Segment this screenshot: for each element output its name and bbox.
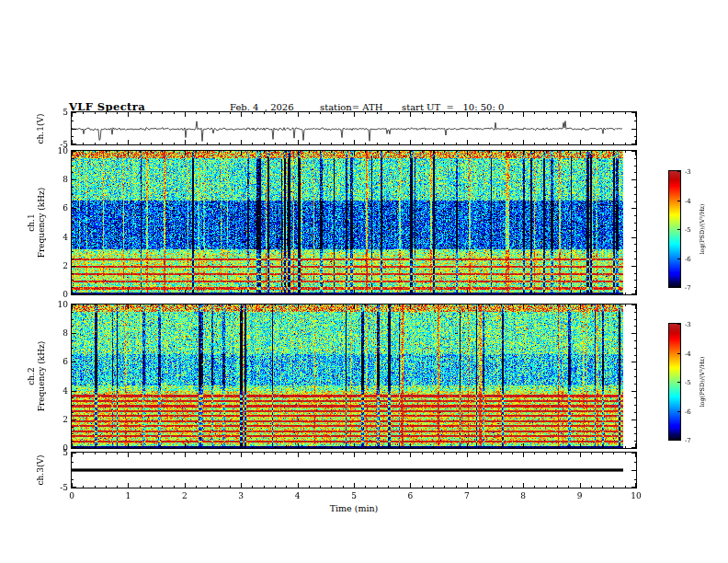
ch1-spectrogram-canvas [72, 151, 636, 294]
x-axis-label: Time (min) [308, 503, 400, 513]
colorbar-tick-label: -4 [685, 350, 700, 359]
plot-date: Feb. 4 , 2026 [230, 102, 294, 112]
y-tick-label: 10 [39, 300, 68, 309]
colorbar-2-canvas [669, 324, 680, 440]
x-tick-label: 6 [401, 491, 419, 500]
colorbar-tick-label: -4 [685, 197, 700, 206]
colorbar-tick-label: -6 [685, 408, 700, 417]
y-tick-label: 2 [39, 415, 68, 424]
y-tick-label: 4 [39, 386, 68, 396]
colorbar-tick-label: -6 [685, 255, 700, 264]
x-tick-label: 9 [571, 491, 589, 500]
x-tick-label: 8 [514, 491, 532, 500]
y-tick-label: 0 [39, 290, 68, 299]
plot-title: VLF Spectra [69, 100, 145, 113]
y-tick-label: 5 [39, 448, 68, 457]
y-tick-label: 6 [39, 357, 68, 366]
ch2-frequency-ylabel: ch.2Frequency (kHz) [22, 304, 51, 448]
x-tick-label: 1 [119, 491, 137, 500]
y-tick-label: 8 [39, 175, 68, 184]
ch1-frequency-ylabel: ch.1Frequency (kHz) [22, 151, 51, 294]
y-tick-label: 6 [39, 203, 68, 213]
ch1-waveform-canvas [72, 112, 636, 144]
colorbar-tick-label: -7 [685, 283, 700, 293]
y-tick-label: 8 [39, 328, 68, 338]
plot-station: station= ATH [320, 102, 382, 112]
vlf-spectra-figure: VLF Spectra Feb. 4 , 2026 station= ATH s… [0, 0, 728, 563]
y-tick-label: 4 [39, 233, 68, 242]
colorbar-tick-label: -3 [685, 167, 700, 177]
colorbar-tick-label: -7 [685, 436, 700, 445]
colorbar-1-canvas [669, 171, 680, 287]
x-tick-label: 5 [345, 491, 363, 500]
y-tick-label: 5 [39, 108, 68, 117]
x-tick-label: 4 [289, 491, 307, 500]
x-tick-label: 0 [63, 491, 81, 500]
plot-start-ut: start UT = 10: 50: 0 [402, 102, 504, 112]
x-tick-label: 7 [458, 491, 476, 500]
colorbar-tick-label: -5 [685, 225, 700, 235]
colorbar-tick-label: -3 [685, 320, 700, 329]
x-tick-label: 2 [176, 491, 194, 500]
ch3-waveform-canvas [72, 453, 636, 488]
x-tick-label: 3 [232, 491, 250, 500]
ch2-spectrogram-canvas [72, 304, 636, 448]
y-tick-label: 2 [39, 261, 68, 270]
y-tick-label: 10 [39, 146, 68, 155]
colorbar-tick-label: -5 [685, 378, 700, 387]
x-tick-label: 10 [627, 491, 645, 500]
